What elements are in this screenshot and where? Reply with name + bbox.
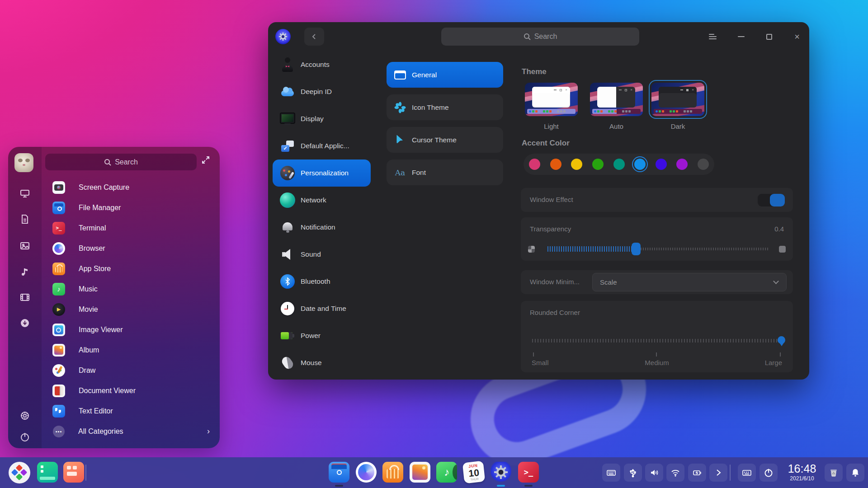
category-videos-icon[interactable] bbox=[20, 292, 30, 302]
category-music-icon[interactable] bbox=[20, 267, 30, 277]
back-button[interactable] bbox=[304, 28, 324, 46]
dock-show-desktop-button[interactable] bbox=[37, 462, 58, 483]
user-avatar[interactable] bbox=[14, 153, 33, 172]
category-documents-icon[interactable] bbox=[20, 214, 30, 224]
tray-expand-chevron[interactable] bbox=[709, 464, 727, 482]
control-center-app-icon bbox=[275, 29, 291, 44]
dock-file-manager[interactable] bbox=[329, 462, 349, 483]
launcher-app-album[interactable]: Album bbox=[42, 340, 220, 360]
maximize-icon bbox=[766, 34, 772, 40]
category-downloads-icon[interactable] bbox=[20, 318, 30, 328]
font-aa-icon: Aa bbox=[394, 167, 406, 178]
sidebar-item-accounts[interactable]: Accounts bbox=[273, 51, 371, 78]
sidebar-label: Network bbox=[301, 196, 326, 204]
mark-small: Small bbox=[532, 359, 549, 366]
launcher-app-terminal[interactable]: >_Terminal bbox=[42, 218, 220, 238]
minimize-effect-dropdown[interactable]: Scale bbox=[592, 273, 787, 291]
movie-icon: ▶ bbox=[52, 303, 65, 316]
launcher-app-draw[interactable]: Draw bbox=[42, 360, 220, 380]
dock-browser[interactable] bbox=[356, 462, 377, 483]
tray-wifi[interactable] bbox=[666, 464, 684, 482]
rounded-corner-slider-handle[interactable] bbox=[778, 336, 785, 344]
category-desktop-icon[interactable] bbox=[20, 188, 30, 198]
window-menu-button[interactable] bbox=[702, 28, 723, 45]
tray-volume[interactable] bbox=[645, 464, 663, 482]
tab-icon-theme[interactable]: Icon Theme bbox=[387, 94, 503, 120]
sidebar-item-default-applications[interactable]: Default Applic... bbox=[273, 132, 371, 160]
accent-swatch-green[interactable] bbox=[592, 159, 604, 170]
tray-onboard-keyboard[interactable] bbox=[738, 464, 756, 482]
launcher-settings-icon[interactable] bbox=[20, 411, 30, 421]
launcher-fullscreen-toggle-icon[interactable] bbox=[201, 155, 210, 164]
launcher-app-music[interactable]: ♪Music bbox=[42, 279, 220, 299]
dock-album[interactable] bbox=[410, 462, 430, 483]
accent-swatch-orange[interactable] bbox=[550, 159, 561, 170]
launcher-power-icon[interactable] bbox=[20, 432, 30, 442]
dock-control-center[interactable] bbox=[491, 462, 511, 483]
window-close-button[interactable]: × bbox=[787, 28, 807, 45]
dock-app-store[interactable] bbox=[382, 462, 403, 483]
accent-swatch-indigo[interactable] bbox=[656, 159, 667, 170]
window-minimize-button[interactable] bbox=[731, 28, 751, 45]
dock-notification-center[interactable] bbox=[846, 464, 864, 482]
sidebar-item-date-and-time[interactable]: Date and Time bbox=[273, 295, 371, 322]
sidebar-item-power[interactable]: Power bbox=[273, 322, 371, 349]
sidebar-item-deepin-id[interactable]: Deepin ID bbox=[273, 78, 371, 105]
sidebar-item-network[interactable]: Network bbox=[273, 187, 371, 214]
tray-battery[interactable] bbox=[688, 464, 706, 482]
launcher-app-app-store[interactable]: App Store bbox=[42, 258, 220, 279]
sidebar-item-sound[interactable]: Sound bbox=[273, 241, 371, 268]
rounded-corner-slider[interactable] bbox=[532, 339, 782, 343]
accent-swatch-teal[interactable] bbox=[613, 159, 625, 170]
all-categories-label: All Categories bbox=[78, 427, 123, 436]
dock-calendar[interactable]: JUN 10 THUR bbox=[462, 461, 486, 484]
tab-font[interactable]: AaFont bbox=[387, 160, 503, 185]
dock-music[interactable]: ♪ bbox=[436, 462, 457, 483]
theme-option-auto[interactable]: × Auto bbox=[590, 83, 643, 130]
dock-clock[interactable]: 16:48 2021/6/10 bbox=[781, 463, 823, 482]
sidebar-item-personalization[interactable]: Personalization bbox=[273, 160, 371, 187]
window-maximize-button[interactable] bbox=[759, 28, 779, 45]
accent-swatch-blue-selected[interactable] bbox=[634, 159, 646, 170]
sidebar-item-bluetooth[interactable]: Bluetooth bbox=[273, 268, 371, 295]
accent-swatch-gray[interactable] bbox=[698, 159, 709, 170]
transparency-slider[interactable] bbox=[521, 240, 793, 258]
launcher-app-movie[interactable]: ▶Movie bbox=[42, 299, 220, 319]
tab-cursor-theme[interactable]: Cursor Theme bbox=[387, 127, 503, 153]
launcher-app-file-manager[interactable]: File Manager bbox=[42, 197, 220, 218]
dock-terminal[interactable]: >_ bbox=[518, 462, 539, 483]
theme-option-dark-selected[interactable]: × Dark bbox=[651, 83, 704, 130]
accent-color-heading: Accent Color bbox=[522, 139, 570, 148]
sidebar-item-display[interactable]: Display bbox=[273, 105, 371, 132]
all-categories-button[interactable]: ••• All Categories › bbox=[42, 421, 220, 441]
window-effect-toggle[interactable] bbox=[758, 194, 785, 206]
subnav-label: Icon Theme bbox=[412, 103, 449, 112]
launcher-app-image-viewer[interactable]: Image Viewer bbox=[42, 319, 220, 340]
flower-icon bbox=[394, 102, 406, 113]
sidebar-item-notification[interactable]: Notification bbox=[273, 214, 371, 241]
accent-swatch-yellow[interactable] bbox=[571, 159, 582, 170]
accent-swatch-pink[interactable] bbox=[529, 159, 540, 170]
category-pictures-icon[interactable] bbox=[20, 241, 30, 251]
file-manager-running-indicator bbox=[335, 485, 343, 487]
dock-multitasking-button[interactable] bbox=[63, 462, 84, 483]
launcher-search-input[interactable]: Search bbox=[45, 154, 197, 170]
launcher-app-text-editor[interactable]: Text Editor bbox=[42, 401, 220, 421]
settings-search-input[interactable]: Search bbox=[441, 28, 639, 46]
theme-heading: Theme bbox=[522, 67, 547, 76]
transparency-slider-handle[interactable] bbox=[632, 243, 641, 255]
sidebar-label: Mouse bbox=[301, 359, 322, 367]
launcher-app-browser[interactable]: Browser bbox=[42, 238, 220, 258]
launcher-app-screen-capture[interactable]: Screen Capture bbox=[42, 177, 220, 197]
tray-keyboard-layout[interactable] bbox=[602, 464, 620, 482]
dock-launcher-button[interactable] bbox=[9, 462, 30, 483]
transparent-end-icon bbox=[528, 246, 535, 253]
tab-general[interactable]: General bbox=[387, 62, 503, 88]
theme-option-light[interactable]: × Light bbox=[525, 83, 578, 130]
tray-shutdown[interactable] bbox=[760, 464, 778, 482]
sidebar-item-mouse[interactable]: Mouse bbox=[273, 349, 371, 376]
dock-trash[interactable] bbox=[825, 464, 843, 482]
accent-swatch-purple[interactable] bbox=[676, 159, 688, 170]
tray-usb[interactable] bbox=[624, 464, 642, 482]
launcher-app-document-viewer[interactable]: Document Viewer bbox=[42, 380, 220, 401]
